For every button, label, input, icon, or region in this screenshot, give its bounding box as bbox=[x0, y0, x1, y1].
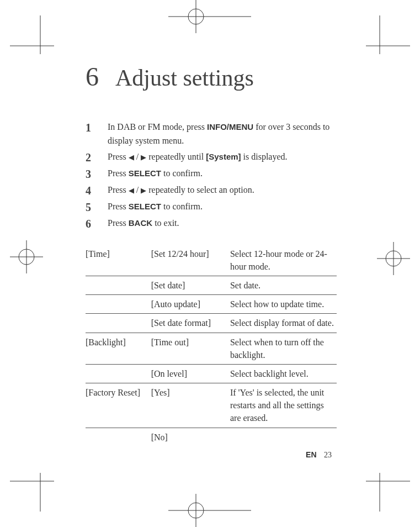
step-row: 5Press SELECT to confirm. bbox=[86, 200, 337, 214]
table-row: [Set date format]Select display format o… bbox=[86, 314, 337, 333]
step-text: Press ◀ / ▶ repeatedly to select an opti… bbox=[108, 183, 337, 197]
table-cell-description: If 'Yes' is selected, the unit restarts … bbox=[230, 383, 337, 428]
step-text: Press ◀ / ▶ repeatedly until [System] is… bbox=[108, 150, 337, 164]
table-cell-description: Select display format of date. bbox=[230, 314, 337, 333]
crop-mark-bottom-right bbox=[366, 473, 410, 512]
step-number: 3 bbox=[86, 167, 108, 181]
table-cell-category: [Time] bbox=[86, 245, 151, 276]
chapter-title: Adjust settings bbox=[115, 66, 254, 89]
table-cell-option: [Set date] bbox=[151, 276, 230, 294]
registration-mark-left bbox=[10, 240, 43, 273]
page-footer: EN 23 bbox=[306, 450, 332, 460]
table-cell-option: [Time out] bbox=[151, 333, 230, 364]
step-row: 3Press SELECT to confirm. bbox=[86, 167, 337, 181]
svg-point-2 bbox=[188, 9, 204, 24]
step-number: 6 bbox=[86, 217, 108, 231]
svg-point-8 bbox=[19, 249, 34, 265]
table-cell-category bbox=[86, 314, 151, 333]
step-number: 4 bbox=[86, 183, 108, 198]
table-cell-description: Select 12-hour mode or 24-hour mode. bbox=[230, 245, 337, 276]
table-cell-description: Set date. bbox=[230, 276, 337, 294]
table-row: [Auto update]Select how to update time. bbox=[86, 295, 337, 314]
step-number: 5 bbox=[86, 200, 108, 214]
right-arrow-icon: ▶ bbox=[141, 186, 146, 194]
registration-mark-bottom bbox=[168, 494, 251, 527]
table-row: [Backlight][Time out]Select when to turn… bbox=[86, 333, 337, 364]
table-row: [No] bbox=[86, 428, 337, 446]
step-row: 4Press ◀ / ▶ repeatedly to select an opt… bbox=[86, 183, 337, 198]
table-cell-option: [No] bbox=[151, 428, 230, 446]
step-number: 1 bbox=[86, 120, 108, 135]
table-cell-category bbox=[86, 428, 151, 446]
step-row: 2Press ◀ / ▶ repeatedly until [System] i… bbox=[86, 150, 337, 165]
table-cell-description: Select when to turn off the backlight. bbox=[230, 333, 337, 364]
step-text: Press SELECT to confirm. bbox=[108, 200, 337, 214]
left-arrow-icon: ◀ bbox=[129, 186, 134, 194]
table-cell-option: [On level] bbox=[151, 364, 230, 383]
footer-page-number: 23 bbox=[324, 451, 332, 459]
table-cell-category bbox=[86, 364, 151, 383]
step-row: 1In DAB or FM mode, press INFO/MENU for … bbox=[86, 120, 337, 148]
step-row: 6Press BACK to exit. bbox=[86, 217, 337, 231]
svg-point-5 bbox=[188, 503, 204, 518]
table-cell-category: [Backlight] bbox=[86, 333, 151, 364]
table-row: [On level]Select backlight level. bbox=[86, 364, 337, 383]
left-arrow-icon: ◀ bbox=[129, 153, 134, 161]
table-cell-category bbox=[86, 295, 151, 314]
crop-mark-top-right bbox=[366, 15, 410, 54]
step-text: Press BACK to exit. bbox=[108, 217, 337, 230]
right-arrow-icon: ▶ bbox=[141, 153, 146, 161]
table-cell-description: Select how to update time. bbox=[230, 295, 337, 314]
chapter-heading: 6 Adjust settings bbox=[86, 64, 337, 90]
table-cell-option: [Set date format] bbox=[151, 314, 230, 333]
step-text: In DAB or FM mode, press INFO/MENU for o… bbox=[108, 120, 337, 148]
settings-table: [Time][Set 12/24 hour]Select 12-hour mod… bbox=[86, 245, 337, 446]
table-row: [Set date]Set date. bbox=[86, 276, 337, 294]
table-cell-option: [Yes] bbox=[151, 383, 230, 428]
step-bold-term: BACK bbox=[129, 218, 152, 228]
step-bold-term: [System] bbox=[206, 152, 241, 161]
table-row: [Factory Reset][Yes]If 'Yes' is selected… bbox=[86, 383, 337, 428]
footer-language: EN bbox=[306, 450, 316, 459]
chapter-number: 6 bbox=[86, 64, 99, 90]
step-bold-term: SELECT bbox=[129, 168, 161, 178]
registration-mark-right bbox=[377, 242, 410, 275]
step-number: 2 bbox=[86, 150, 108, 165]
page-content: 6 Adjust settings 1In DAB or FM mode, pr… bbox=[86, 64, 337, 446]
crop-mark-bottom-left bbox=[10, 473, 54, 512]
table-row: [Time][Set 12/24 hour]Select 12-hour mod… bbox=[86, 245, 337, 276]
table-cell-option: [Set 12/24 hour] bbox=[151, 245, 230, 276]
table-cell-category: [Factory Reset] bbox=[86, 383, 151, 428]
registration-mark-top bbox=[168, 0, 251, 33]
table-cell-description bbox=[230, 428, 337, 446]
step-bold-term: SELECT bbox=[129, 202, 161, 211]
step-text: Press SELECT to confirm. bbox=[108, 167, 337, 181]
table-cell-category bbox=[86, 276, 151, 294]
step-bold-term: INFO/MENU bbox=[207, 122, 253, 131]
svg-point-11 bbox=[386, 251, 401, 266]
steps-list: 1In DAB or FM mode, press INFO/MENU for … bbox=[86, 120, 337, 231]
table-cell-option: [Auto update] bbox=[151, 295, 230, 314]
crop-mark-top-left bbox=[10, 15, 54, 54]
table-cell-description: Select backlight level. bbox=[230, 364, 337, 383]
